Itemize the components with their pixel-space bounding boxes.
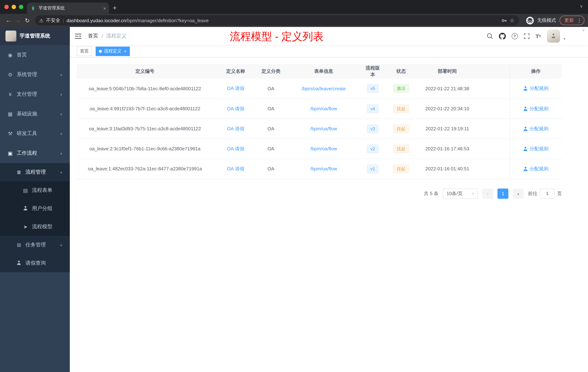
assign-rule-link[interactable]: 分配规则 xyxy=(524,105,548,112)
sidebar-toggle-icon[interactable] xyxy=(70,33,86,39)
tab-close-icon[interactable]: × xyxy=(103,5,106,11)
sidebar-item-process-form[interactable]: ▤ 流程表单 xyxy=(0,181,70,199)
security-label[interactable]: 不安全 xyxy=(46,17,60,24)
font-size-icon[interactable]: TT xyxy=(536,33,541,39)
search-icon[interactable] xyxy=(486,33,493,39)
page-size-select[interactable]: 10条/页 ∨ xyxy=(443,188,478,198)
dashboard-icon: ◉ xyxy=(7,52,13,58)
address-bar[interactable]: ⚠ 不安全 | dashboard.yudao.iocoder.cn/bpm/m… xyxy=(35,15,519,25)
assign-rule-link[interactable]: 分配规则 xyxy=(524,125,548,132)
column-header-filler xyxy=(474,64,510,79)
sidebar-item-infrastructure[interactable]: ▦ 基础设施 ∨ xyxy=(0,104,70,124)
cell-filler xyxy=(474,79,510,99)
sidebar-item-task-management[interactable]: ⊞ 任务管理 ∨ xyxy=(0,236,70,254)
app: 芋道管理系统 ◉ 首页 ⚙ 系统管理 ∨ ¥ 支付管理 ∨ ▦ 基础设施 ∨ ⚒… xyxy=(0,27,588,372)
url-host: dashboard.yudao.iocoder.cn xyxy=(67,18,126,23)
form-link[interactable]: /bpm/oa/flow xyxy=(310,166,337,171)
chevron-down-icon: ∨ xyxy=(60,73,63,77)
cell-filler xyxy=(474,119,510,139)
page-1-button[interactable]: 1 xyxy=(497,188,508,198)
next-page-button[interactable]: › xyxy=(513,188,524,198)
page-size-value: 10条/页 xyxy=(447,190,462,197)
cell-definition-name: OA 请假 xyxy=(213,119,258,139)
tag-home[interactable]: 首页 xyxy=(77,46,92,56)
sidebar-item-process-management[interactable]: ≣ 流程管理 ∧ xyxy=(0,163,70,181)
table-row: oa_leave:1:482ec033-762a-11ec-8477-a2380… xyxy=(77,159,562,179)
reload-icon[interactable]: ↻ xyxy=(22,17,32,24)
bookmark-star-icon[interactable]: ☆ xyxy=(510,17,514,24)
assign-rule-link[interactable]: 分配规则 xyxy=(524,165,548,172)
separator: | xyxy=(63,18,64,23)
pagination: 共 5 条 10条/页 ∨ ‹ 1 › 前往 页 xyxy=(77,188,562,198)
definition-name-link[interactable]: OA 请假 xyxy=(227,166,244,171)
form-link[interactable]: /bpm/oa/flow xyxy=(310,126,337,131)
password-key-icon[interactable] xyxy=(501,17,507,23)
status-tag: 挂起 xyxy=(393,144,409,153)
form-link[interactable]: /bpm/oa/flow xyxy=(310,146,337,152)
table-row: oa_leave:5:004b710b-7b8a-11ec-8ef0-acde4… xyxy=(77,79,562,99)
navbar: 首页 / 流程定义 流程模型 - 定义列表 ? TT xyxy=(70,27,588,45)
breadcrumb-home[interactable]: 首页 xyxy=(88,33,98,39)
cell-category: OA xyxy=(258,159,284,179)
status-tag: 挂起 xyxy=(393,104,409,113)
assign-rule-link[interactable]: 分配规则 xyxy=(524,145,548,152)
person-icon xyxy=(524,87,528,91)
cell-form: /bpm/oa/leave/create xyxy=(284,79,364,99)
tools-icon: ⚒ xyxy=(7,131,13,136)
update-button[interactable]: 更新 ⋮ xyxy=(560,16,584,25)
browser-menu-icon[interactable]: ⋮ xyxy=(577,17,582,23)
sidebar-item-process-model[interactable]: ➤ 流程模型 xyxy=(0,218,70,236)
fullscreen-icon[interactable] xyxy=(524,33,530,39)
definition-name-link[interactable]: OA 请假 xyxy=(227,146,244,151)
column-header: 状态 xyxy=(382,64,420,79)
prev-page-button[interactable]: ‹ xyxy=(482,188,493,198)
chevron-down-icon[interactable]: ∨ xyxy=(582,27,585,33)
tag-definition[interactable]: 流程定义 × xyxy=(96,46,130,56)
back-icon[interactable]: ← xyxy=(4,17,13,24)
tag-close-icon[interactable]: × xyxy=(124,49,126,54)
minimize-window-button[interactable] xyxy=(12,5,16,9)
new-tab-button[interactable]: + xyxy=(113,4,117,12)
form-link[interactable]: /bpm/oa/leave/create xyxy=(302,86,346,91)
tab-search-chevron-icon[interactable]: ∨ xyxy=(580,4,583,9)
chevron-up-icon: ∧ xyxy=(60,171,63,174)
briefcase-icon: ▣ xyxy=(7,150,13,156)
assign-rule-link[interactable]: 分配规则 xyxy=(524,85,548,92)
sidebar-item-payment-management[interactable]: ¥ 支付管理 ∨ xyxy=(0,85,70,104)
content: 定义编号定义名称定义分类表单信息流程版本状态部署时间操作oa_leave:5:0… xyxy=(70,57,588,372)
cell-filler xyxy=(474,159,510,179)
definition-name-link[interactable]: OA 请假 xyxy=(227,106,244,111)
favicon-leaf-icon xyxy=(31,6,36,11)
url-path: /bpm/manager/definition?key=oa_leave xyxy=(126,18,209,23)
sidebar-item-workflow[interactable]: ▣ 工作流程 ∧ xyxy=(0,143,70,163)
help-icon[interactable]: ? xyxy=(512,33,518,39)
cell-deploy-time: 2022-01-22 20:34:10 xyxy=(420,99,474,119)
sidebar-logo[interactable]: 芋道管理系统 xyxy=(0,27,70,45)
gear-icon: ⚙ xyxy=(7,72,13,77)
cell-action: 分配规则 xyxy=(510,139,562,159)
goto-page-input[interactable] xyxy=(540,188,555,198)
avatar[interactable] xyxy=(547,30,560,43)
url-text[interactable]: dashboard.yudao.iocoder.cn/bpm/manager/d… xyxy=(67,18,209,23)
close-window-button[interactable] xyxy=(4,5,9,9)
definition-name-link[interactable]: OA 请假 xyxy=(227,86,244,91)
version-tag: v2 xyxy=(367,144,378,153)
sidebar-item-home[interactable]: ◉ 首页 xyxy=(0,45,70,65)
sidebar-item-dev-tools[interactable]: ⚒ 研发工具 ∨ xyxy=(0,124,70,143)
breadcrumb-current: 流程定义 xyxy=(106,33,126,39)
column-header: 流程版本 xyxy=(364,64,382,79)
browser-tab[interactable]: 芋道管理系统 × xyxy=(27,2,109,14)
not-secure-warning-icon: ⚠ xyxy=(39,18,43,23)
definition-name-link[interactable]: OA 请假 xyxy=(227,126,244,131)
form-link[interactable]: /bpm/oa/flow xyxy=(310,106,337,111)
avatar-caret-down-icon[interactable]: ▾ xyxy=(564,37,566,41)
cell-definition-name: OA 请假 xyxy=(213,139,258,159)
cell-definition-id: oa_leave:2:3c1f0ef1-76b1-11ec-9c66-a2380… xyxy=(77,139,213,159)
maximize-window-button[interactable] xyxy=(19,5,23,9)
github-icon[interactable] xyxy=(499,33,506,40)
sidebar-item-system-management[interactable]: ⚙ 系统管理 ∨ xyxy=(0,65,70,85)
sidebar-item-user-group[interactable]: 用户分组 xyxy=(0,199,70,218)
sidebar-item-leave-query[interactable]: 请假查询 xyxy=(0,254,70,272)
cell-status: 挂起 xyxy=(382,139,420,159)
forward-icon: → xyxy=(13,17,22,24)
